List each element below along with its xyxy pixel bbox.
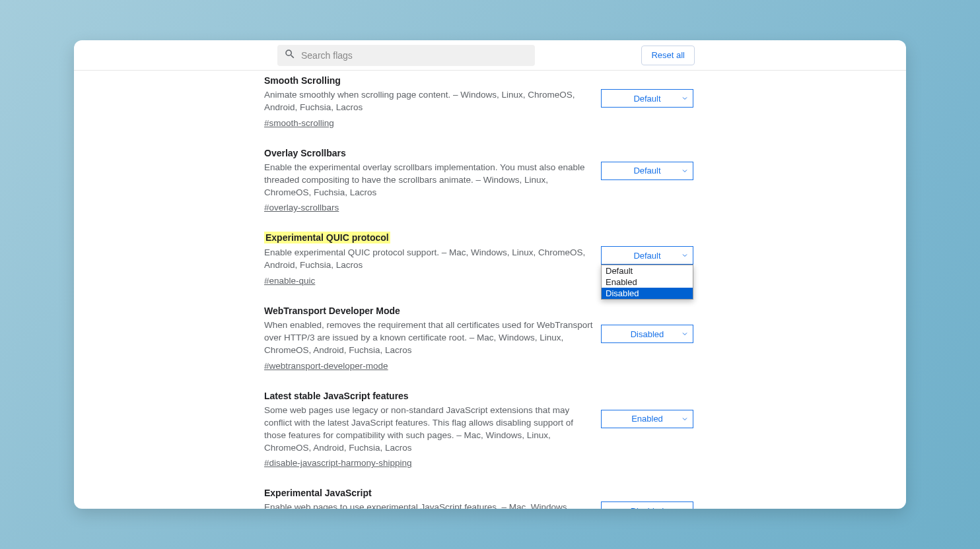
flag-description: Some web pages use legacy or non-standar… [264, 404, 594, 455]
flag-title: Overlay Scrollbars [264, 148, 346, 158]
flag-select: DefaultDefaultEnabledDisabled [601, 246, 693, 265]
flag-anchor-link[interactable]: #enable-quic [264, 276, 315, 286]
flag-row: Smooth ScrollingAnimate smoothly when sc… [264, 75, 693, 129]
flag-description: When enabled, removes the requirement th… [264, 319, 594, 357]
chevron-down-icon [681, 330, 689, 338]
chevron-down-icon [681, 415, 689, 423]
chevron-down-icon [681, 251, 689, 259]
flag-text: Overlay ScrollbarsEnable the experimenta… [264, 147, 594, 214]
flag-text: Latest stable JavaScript featuresSome we… [264, 390, 594, 469]
chevron-down-icon [681, 507, 689, 509]
flag-dropdown-value: Disabled [631, 329, 664, 339]
flag-text: Experimental QUIC protocolEnable experim… [264, 232, 594, 286]
flag-description: Enable experimental QUIC protocol suppor… [264, 247, 594, 272]
flag-select: Disabled [601, 501, 693, 509]
flag-title: Smooth Scrolling [264, 75, 341, 86]
flag-title: Latest stable JavaScript features [264, 391, 409, 401]
flag-dropdown[interactable]: Default [601, 162, 693, 180]
flag-select: Default [601, 162, 693, 180]
flag-dropdown[interactable]: Enabled [601, 410, 693, 428]
flag-dropdown-value: Default [633, 166, 660, 176]
flag-select: Disabled [601, 325, 693, 343]
dropdown-option[interactable]: Default [602, 265, 693, 276]
flag-dropdown-value: Default [633, 251, 660, 261]
flag-anchor-link[interactable]: #disable-javascript-harmony-shipping [264, 458, 412, 468]
flag-dropdown[interactable]: Default [601, 246, 693, 265]
search-box[interactable] [277, 45, 535, 66]
flag-row: Experimental QUIC protocolEnable experim… [264, 232, 693, 286]
flag-title: Experimental JavaScript [264, 488, 372, 498]
flag-title: WebTransport Developer Mode [264, 306, 400, 316]
dropdown-option[interactable]: Disabled [602, 288, 693, 299]
flag-row: Experimental JavaScriptEnable web pages … [264, 487, 693, 509]
flag-row: Latest stable JavaScript featuresSome we… [264, 390, 693, 469]
reset-all-button[interactable]: Reset all [641, 46, 695, 65]
flag-description: Animate smoothly when scrolling page con… [264, 89, 594, 114]
flag-select: Enabled [601, 410, 693, 428]
chevron-down-icon [681, 94, 689, 102]
flag-anchor-link[interactable]: #overlay-scrollbars [264, 203, 339, 212]
flag-anchor-link[interactable]: #smooth-scrolling [264, 118, 334, 128]
chevron-down-icon [681, 167, 689, 175]
flags-window: Reset all Smooth ScrollingAnimate smooth… [74, 40, 906, 509]
flag-anchor-link[interactable]: #webtransport-developer-mode [264, 361, 388, 371]
flag-text: Smooth ScrollingAnimate smoothly when sc… [264, 75, 594, 129]
search-icon [284, 48, 296, 63]
search-input[interactable] [301, 50, 528, 61]
content-area: Smooth ScrollingAnimate smoothly when sc… [74, 71, 906, 509]
flag-dropdown-value: Default [633, 94, 660, 104]
flag-list: Smooth ScrollingAnimate smoothly when sc… [264, 71, 693, 509]
flag-description: Enable the experimental overlay scrollba… [264, 162, 594, 199]
flag-row: Overlay ScrollbarsEnable the experimenta… [264, 147, 693, 214]
header-bar: Reset all [74, 40, 906, 71]
flag-dropdown-list: DefaultEnabledDisabled [601, 265, 693, 300]
flag-dropdown-value: Enabled [631, 414, 663, 424]
flag-dropdown[interactable]: Disabled [601, 325, 693, 343]
flag-description: Enable web pages to use experimental Jav… [264, 501, 594, 509]
flag-row: WebTransport Developer ModeWhen enabled,… [264, 305, 693, 371]
flag-dropdown[interactable]: Default [601, 89, 693, 108]
flag-dropdown[interactable]: Disabled [601, 501, 693, 509]
flag-title: Experimental QUIC protocol [264, 232, 390, 243]
scroll-area[interactable]: Smooth ScrollingAnimate smoothly when sc… [74, 71, 906, 509]
dropdown-option[interactable]: Enabled [602, 276, 693, 288]
flag-text: Experimental JavaScriptEnable web pages … [264, 487, 594, 509]
flag-dropdown-value: Disabled [631, 506, 664, 509]
flag-select: Default [601, 89, 693, 108]
flag-text: WebTransport Developer ModeWhen enabled,… [264, 305, 594, 371]
